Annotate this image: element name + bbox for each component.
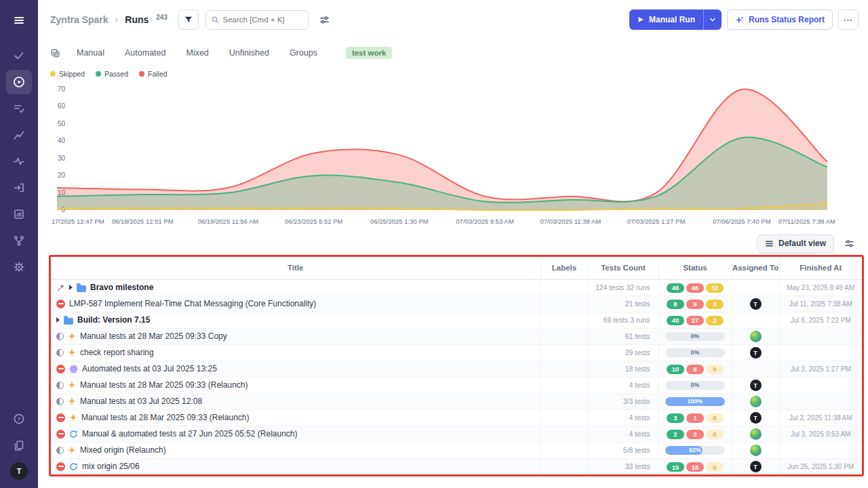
badge-skipped: 0: [706, 430, 724, 439]
manual-run-button[interactable]: Manual Run: [629, 9, 722, 30]
run-title-cell: check report sharing: [51, 344, 540, 361]
legend-item[interactable]: Failed: [139, 70, 167, 78]
tests-count-cell: 61 tests: [588, 328, 658, 344]
table-row[interactable]: Build: Version 7.1569 tests 3 runs40272J…: [51, 312, 862, 328]
table-row[interactable]: Manual tests at 28 Mar 2025 09:33 Copy61…: [51, 328, 862, 344]
status-cell: 15180: [658, 458, 732, 474]
sidebar-item-settings[interactable]: [6, 255, 32, 279]
table-row[interactable]: Manual & automated tests at 27 Jun 2025 …: [51, 426, 862, 442]
assignee-avatar[interactable]: [750, 396, 762, 407]
assigned-to-cell: [732, 328, 779, 344]
run-title[interactable]: Manual tests at 28 Mar 2025 09:33 (Relau…: [81, 413, 249, 422]
chart-x-label: 17/2025 12:47 PM: [52, 218, 104, 225]
run-title[interactable]: Manual tests at 28 Mar 2025 09:33 Copy: [80, 331, 227, 341]
badge-passed: 2: [667, 430, 684, 439]
table-row[interactable]: Mixed origin (Relaunch)5/8 tests62%: [51, 442, 862, 458]
run-title[interactable]: Bravo milestone: [90, 283, 153, 292]
legend-item[interactable]: Passed: [96, 70, 128, 78]
run-title[interactable]: LMP-587 Implement Real-Time Chat Messagi…: [69, 299, 316, 308]
caret-icon[interactable]: [56, 317, 60, 323]
funnel-icon: [184, 15, 193, 24]
assignee-avatar[interactable]: [750, 331, 762, 342]
badge-failed: 9: [686, 300, 704, 309]
caret-icon[interactable]: [69, 285, 73, 290]
run-title[interactable]: Manual tests at 03 Jul 2025 12:08: [80, 396, 202, 406]
table-row[interactable]: mix origin 25/0633 tests15180TJun 25, 20…: [51, 458, 862, 474]
run-title[interactable]: check report sharing: [80, 348, 154, 357]
table-row[interactable]: Automated tests at 03 Jul 2025 13:2518 t…: [51, 361, 862, 377]
help-icon[interactable]: ?: [6, 407, 32, 431]
sidebar-item-branch[interactable]: [6, 228, 32, 253]
column-header-labels[interactable]: Labels: [540, 257, 588, 279]
tab-unfinished[interactable]: Unfinished: [229, 48, 269, 58]
view-settings-icon[interactable]: [840, 234, 859, 253]
assignee-avatar[interactable]: [750, 445, 762, 456]
breadcrumb-separator: ›: [115, 14, 119, 25]
assignee-avatar[interactable]: T: [750, 412, 762, 424]
sidebar-item-activity[interactable]: [6, 149, 32, 174]
legend-item[interactable]: Skipped: [50, 70, 85, 78]
sidebar-item-runs[interactable]: [6, 70, 32, 94]
user-avatar[interactable]: T: [10, 462, 28, 480]
run-title-cell: Bravo milestone: [51, 279, 540, 296]
status-cell: 464632: [658, 279, 732, 296]
assignee-avatar[interactable]: [750, 428, 762, 440]
run-title[interactable]: mix origin 25/06: [82, 462, 140, 471]
docs-icon[interactable]: [6, 433, 32, 458]
tab-automated[interactable]: Automated: [125, 48, 165, 58]
sidebar-item-analytics[interactable]: [6, 123, 32, 147]
table-row[interactable]: Manual tests at 28 Mar 2025 09:33 (Relau…: [51, 409, 862, 426]
chart-x-label: 07/06/2025 7:40 PM: [713, 218, 771, 225]
filter-button[interactable]: [178, 9, 199, 30]
sidebar-item-import[interactable]: [6, 176, 32, 200]
chart-y-tick: 70: [58, 85, 66, 93]
table-row[interactable]: check report sharing29 tests0%T: [51, 344, 862, 361]
menu-icon[interactable]: [6, 8, 32, 33]
display-settings-icon[interactable]: [315, 10, 334, 29]
run-title[interactable]: Automated tests at 03 Jul 2025 13:25: [82, 364, 217, 373]
table-row[interactable]: Manual tests at 28 Mar 2025 09:33 (Relau…: [51, 377, 862, 393]
run-title-cell: Manual & automated tests at 27 Jun 2025 …: [51, 426, 540, 442]
more-options-button[interactable]: ⋯: [838, 9, 859, 30]
sidebar: ? T: [0, 0, 38, 488]
badge-skipped: 2: [706, 316, 724, 325]
tests-count-cell: 69 tests 3 runs: [588, 312, 658, 328]
chart-x-label: 06/23/2025 5:52 PM: [285, 218, 343, 225]
column-header-finished-at[interactable]: Finished At: [779, 257, 862, 279]
finished-at-cell: [779, 328, 862, 344]
assignee-avatar[interactable]: T: [750, 347, 762, 359]
sidebar-item-tests[interactable]: [6, 43, 32, 68]
table-row[interactable]: Manual tests at 03 Jul 2025 12:083/3 tes…: [51, 393, 862, 409]
sidebar-item-reports[interactable]: [6, 202, 32, 226]
filter-tag[interactable]: test work: [346, 47, 393, 59]
select-runs-icon[interactable]: [50, 48, 60, 58]
table-row[interactable]: Bravo milestone124 tests 32 runs464632Ma…: [51, 279, 862, 296]
assignee-avatar[interactable]: T: [750, 298, 762, 310]
column-header-status[interactable]: Status: [658, 257, 732, 279]
tab-groups[interactable]: Groups: [290, 48, 317, 58]
table-row[interactable]: LMP-587 Implement Real-Time Chat Messagi…: [51, 296, 862, 312]
run-title[interactable]: Manual & automated tests at 27 Jun 2025 …: [82, 429, 298, 439]
search-box[interactable]: [205, 10, 309, 30]
assigned-to-cell: [732, 361, 779, 377]
sidebar-item-suites[interactable]: [6, 96, 32, 121]
column-header-tests-count[interactable]: Tests Count: [588, 257, 658, 279]
tab-manual[interactable]: Manual: [77, 48, 104, 58]
assignee-avatar[interactable]: T: [750, 380, 762, 391]
assignee-avatar[interactable]: T: [750, 461, 762, 472]
manual-run-dropdown[interactable]: [703, 9, 722, 30]
column-header-assigned-to[interactable]: Assigned To: [732, 257, 779, 279]
runs-status-report-button[interactable]: Runs Status Report: [727, 9, 833, 30]
search-input[interactable]: [222, 16, 302, 24]
tab-mixed[interactable]: Mixed: [186, 48, 208, 58]
run-title[interactable]: Mixed origin (Relaunch): [80, 445, 166, 455]
run-title[interactable]: Build: Version 7.15: [77, 315, 150, 325]
status-cell: 894: [658, 296, 732, 312]
badge-skipped: 4: [706, 300, 724, 309]
run-title[interactable]: Manual tests at 28 Mar 2025 09:33 (Relau…: [80, 380, 248, 390]
breadcrumb-project[interactable]: Zyntra Spark: [50, 14, 108, 25]
column-header-title[interactable]: Title: [51, 257, 540, 279]
default-view-button[interactable]: Default view: [757, 235, 834, 253]
status-cell: 0%: [658, 328, 732, 344]
status-badges: 1080: [667, 365, 724, 374]
